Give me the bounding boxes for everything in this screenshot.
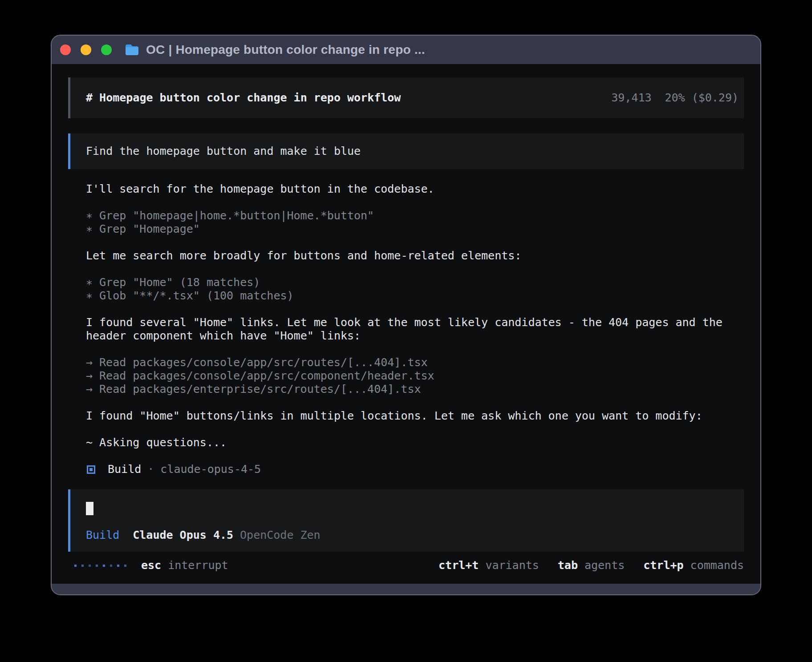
tool-call-text: Read packages/enterprise/src/routes/[...… xyxy=(99,383,421,396)
titlebar[interactable]: OC | Homepage button color change in rep… xyxy=(52,36,760,64)
shortcut-key: ctrl+t xyxy=(438,559,479,572)
terminal-content: # Homepage button color change in repo w… xyxy=(52,64,760,584)
tool-call-read: →Read packages/console/app/src/routes/[.… xyxy=(86,356,744,369)
user-message-text: Find the homepage button and make it blu… xyxy=(86,145,361,157)
shortcut-agents: tabagents xyxy=(558,559,625,572)
esc-key-hint: esc xyxy=(141,559,161,572)
status-right: ctrl+tvariants tabagents ctrl+pcommands xyxy=(438,559,744,572)
session-title: # Homepage button color change in repo w… xyxy=(86,91,401,105)
tool-call-text: Grep "Homepage" xyxy=(99,222,200,235)
window-footer xyxy=(52,584,760,594)
tool-call-grep: ∗Grep "homepage|home.*button|Home.*butto… xyxy=(86,209,744,222)
esc-action-hint: interrupt xyxy=(168,559,228,572)
tool-marker-icon: ∗ xyxy=(86,276,93,289)
input-meta: Build Claude Opus 4.5 OpenCode Zen xyxy=(86,529,732,542)
token-count: 39,413 xyxy=(611,91,651,104)
shortcut-key: ctrl+p xyxy=(643,559,683,572)
tool-call-read: →Read packages/console/app/src/component… xyxy=(86,369,744,383)
tool-call-group: →Read packages/console/app/src/routes/[.… xyxy=(86,356,744,396)
context-percent: 20% xyxy=(665,91,685,104)
tool-marker-icon: ∗ xyxy=(86,289,93,302)
tool-marker-icon: ∗ xyxy=(86,209,93,222)
tool-call-group: ∗Grep "Home" (18 matches) ∗Glob "**/*.ts… xyxy=(86,276,744,303)
arrow-right-icon: → xyxy=(86,369,93,382)
shortcut-action: commands xyxy=(690,559,744,572)
traffic-lights xyxy=(60,44,112,55)
dot-separator: · xyxy=(147,463,154,476)
input-model-label[interactable]: Claude Opus 4.5 xyxy=(133,529,233,542)
arrow-right-icon: → xyxy=(86,356,93,369)
minimize-button[interactable] xyxy=(81,44,91,55)
window-title: OC | Homepage button color change in rep… xyxy=(146,43,425,57)
input-agent-label[interactable]: Build xyxy=(86,529,119,542)
assistant-text: Let me search more broadly for buttons a… xyxy=(86,249,744,262)
zoom-button[interactable] xyxy=(101,44,112,55)
shortcut-variants: ctrl+tvariants xyxy=(438,559,539,572)
shortcut-commands: ctrl+pcommands xyxy=(643,559,744,572)
prompt-input[interactable]: Build Claude Opus 4.5 OpenCode Zen xyxy=(68,489,744,552)
arrow-right-icon: → xyxy=(86,383,93,396)
assistant-text: I found several "Home" links. Let me loo… xyxy=(86,316,744,343)
tool-call-text: Grep "homepage|home.*button|Home.*button… xyxy=(99,209,374,222)
tool-call-text: Read packages/console/app/src/routes/[..… xyxy=(99,356,428,369)
text-cursor xyxy=(86,502,93,515)
tool-call-grep: ∗Grep "Home" (18 matches) xyxy=(86,276,744,289)
assistant-text: I found "Home" buttons/links in multiple… xyxy=(86,409,744,423)
tool-marker-icon: ∗ xyxy=(86,222,93,235)
agent-build-icon xyxy=(87,465,95,474)
tool-call-text: Glob "**/*.tsx" (100 matches) xyxy=(99,289,294,302)
shortcut-action: variants xyxy=(485,559,539,572)
shortcut-action: agents xyxy=(585,559,625,572)
tool-call-text: Grep "Home" (18 matches) xyxy=(99,276,260,289)
assistant-text-line: header component which have "Home" links… xyxy=(86,329,744,343)
session-header: # Homepage button color change in repo w… xyxy=(68,77,744,118)
session-stats: 39,41320%($0.29) xyxy=(611,91,739,105)
status-bar: esc interrupt ctrl+tvariants tabagents c… xyxy=(68,559,744,572)
session-cost: ($0.29) xyxy=(692,91,739,104)
terminal-window: OC | Homepage button color change in rep… xyxy=(51,35,761,595)
tool-call-read: →Read packages/enterprise/src/routes/[..… xyxy=(86,383,744,396)
tool-call-text: Read packages/console/app/src/component/… xyxy=(99,369,434,382)
close-button[interactable] xyxy=(60,44,71,55)
agent-name: Build xyxy=(108,463,141,476)
assistant-status: ~ Asking questions... xyxy=(86,436,744,449)
tool-call-group: ∗Grep "homepage|home.*button|Home.*butto… xyxy=(86,209,744,236)
folder-icon xyxy=(125,44,139,56)
agent-model: claude-opus-4-5 xyxy=(160,463,261,476)
spinner-dots-icon xyxy=(74,565,126,567)
input-provider-label: OpenCode Zen xyxy=(240,529,321,542)
tool-call-grep: ∗Grep "Homepage" xyxy=(86,222,744,236)
status-left: esc interrupt xyxy=(68,559,228,572)
assistant-text-line: I found several "Home" links. Let me loo… xyxy=(86,316,744,329)
title-group: OC | Homepage button color change in rep… xyxy=(125,36,425,64)
agent-badge: Build · claude-opus-4-5 xyxy=(86,463,744,476)
assistant-transcript: I'll search for the homepage button in t… xyxy=(86,182,744,476)
user-message: Find the homepage button and make it blu… xyxy=(68,133,744,169)
tool-call-glob: ∗Glob "**/*.tsx" (100 matches) xyxy=(86,289,744,303)
assistant-text: I'll search for the homepage button in t… xyxy=(86,182,744,196)
shortcut-key: tab xyxy=(558,559,578,572)
